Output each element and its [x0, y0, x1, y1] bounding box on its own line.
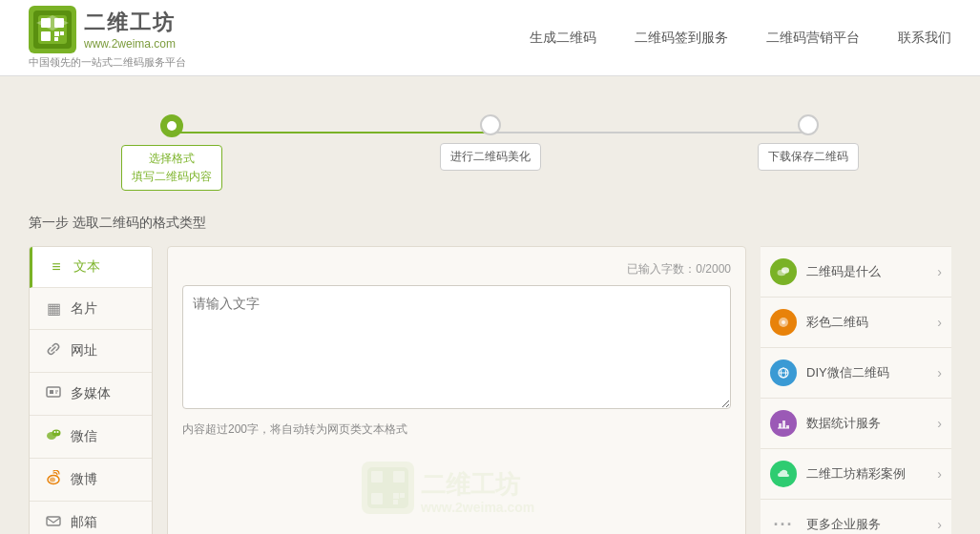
svg-rect-28 [393, 500, 398, 504]
watermark-logo: 二维工坊 www.2weima.com [182, 457, 731, 532]
right-label-more: 更多企业服务 [806, 516, 928, 533]
sidebar-item-url[interactable]: 网址 [30, 330, 152, 373]
step-3-label: 下载保存二维码 [758, 143, 859, 171]
svg-rect-20 [47, 517, 60, 525]
right-label-diy: DIY微信二维码 [806, 364, 928, 381]
right-item-diy[interactable]: DIY微信二维码 › [761, 348, 951, 399]
header: 二维工坊 www.2weima.com 中国领先的一站式二维码服务平台 生成二维… [0, 0, 980, 76]
sidebar-item-media[interactable]: 多媒体 [30, 373, 152, 416]
nav-contact[interactable]: 联系我们 [898, 30, 951, 47]
right-item-what[interactable]: 二维码是什么 › [761, 246, 951, 298]
right-label-what: 二维码是什么 [806, 263, 928, 280]
sidebar-label-wechat: 微信 [71, 428, 97, 445]
svg-point-17 [57, 431, 59, 433]
weibo-icon [44, 470, 63, 489]
sidebar-label-text: 文本 [73, 258, 100, 276]
main-content: 选择格式填写二维码内容 进行二维码美化 下载保存二维码 第一步 选取二维码的格式… [0, 76, 980, 534]
svg-rect-8 [54, 37, 58, 41]
step-1-label: 选择格式填写二维码内容 [121, 145, 222, 191]
step-1-circle [160, 114, 183, 137]
sidebar-label-card: 名片 [71, 300, 97, 318]
step-3-circle [798, 114, 819, 135]
logo-area: 二维工坊 www.2weima.com 中国领先的一站式二维码服务平台 [29, 6, 186, 70]
nav-marketing[interactable]: 二维码营销平台 [766, 30, 860, 47]
svg-point-15 [52, 430, 61, 437]
media-icon [44, 384, 63, 403]
nav-checkin[interactable]: 二维码签到服务 [635, 30, 728, 47]
nav: 生成二维码 二维码签到服务 二维码营销平台 联系我们 [530, 30, 951, 47]
svg-rect-5 [41, 31, 51, 41]
logo-url: www.2weima.com [84, 37, 176, 51]
right-label-color: 彩色二维码 [806, 314, 928, 331]
svg-point-16 [54, 431, 56, 433]
svg-rect-6 [54, 31, 59, 36]
nav-generate[interactable]: 生成二维码 [530, 30, 596, 47]
right-arrow-what: › [937, 264, 942, 279]
content-grid: ≡ 文本 ▦ 名片 网址 [29, 246, 951, 534]
step-2: 进行二维码美化 [440, 114, 541, 191]
sidebar-item-text[interactable]: ≡ 文本 [30, 247, 152, 288]
sidebar-label-weibo: 微博 [71, 471, 97, 488]
wechat-bubble-icon [770, 258, 797, 285]
svg-rect-7 [60, 31, 64, 35]
center-content: 已输入字数：0/2000 内容超过200字，将自动转为网页类文本格式 [167, 246, 746, 534]
svg-rect-23 [371, 471, 383, 483]
right-label-cases: 二维工坊精彩案例 [806, 465, 928, 483]
right-item-cases[interactable]: 二维工坊精彩案例 › [761, 449, 951, 500]
svg-rect-11 [50, 390, 53, 394]
sidebar-item-weibo[interactable]: 微博 [30, 459, 152, 502]
cloud-icon [770, 461, 797, 487]
step-2-label: 进行二维码美化 [440, 143, 541, 171]
dots-icon: ··· [770, 511, 797, 534]
right-item-more[interactable]: ··· 更多企业服务 › [761, 500, 951, 534]
steps-container: 选择格式填写二维码内容 进行二维码美化 下载保存二维码 [29, 95, 951, 200]
svg-rect-26 [393, 493, 399, 499]
watermark-area: 二维工坊 www.2weima.com [182, 457, 731, 532]
globe-icon [770, 359, 797, 386]
svg-rect-24 [393, 471, 405, 483]
url-icon [44, 341, 63, 360]
svg-rect-25 [371, 493, 383, 504]
sidebar-item-card[interactable]: ▦ 名片 [30, 288, 152, 330]
right-arrow-color: › [937, 315, 942, 330]
right-arrow-diy: › [937, 365, 942, 380]
svg-text:二维工坊: 二维工坊 [421, 470, 521, 499]
left-sidebar: ≡ 文本 ▦ 名片 网址 [29, 246, 153, 534]
text-input[interactable] [182, 285, 731, 409]
color-qr-icon [770, 309, 797, 336]
sidebar-item-wechat[interactable]: 微信 [30, 416, 152, 459]
sidebar-label-email: 邮箱 [71, 514, 97, 531]
sidebar-label-url: 网址 [71, 342, 97, 359]
right-arrow-stats: › [937, 416, 942, 431]
wechat-icon [44, 427, 63, 446]
right-arrow-more: › [937, 517, 942, 532]
step-3: 下载保存二维码 [758, 114, 859, 191]
right-arrow-cases: › [937, 466, 942, 482]
card-icon: ▦ [44, 299, 63, 318]
section-title: 第一步 选取二维码的格式类型 [29, 215, 951, 232]
logo-subtitle: 中国领先的一站式二维码服务平台 [29, 55, 186, 70]
logo-main: 二维工坊 www.2weima.com [29, 6, 186, 53]
svg-point-32 [778, 270, 786, 276]
right-label-stats: 数据统计服务 [806, 415, 928, 432]
right-sidebar: 二维码是什么 › 彩色二维码 › [761, 246, 951, 534]
chart-icon [770, 410, 797, 437]
steps-wrapper: 选择格式填写二维码内容 进行二维码美化 下载保存二维码 [121, 114, 860, 191]
step-1: 选择格式填写二维码内容 [121, 114, 222, 191]
logo-title: 二维工坊 [84, 9, 176, 37]
email-icon [44, 513, 63, 532]
sidebar-label-media: 多媒体 [71, 385, 111, 402]
svg-text:www.2weima.com: www.2weima.com [420, 500, 534, 515]
right-item-color[interactable]: 彩色二维码 › [761, 298, 951, 348]
right-item-stats[interactable]: 数据统计服务 › [761, 399, 951, 449]
char-count: 已输入字数：0/2000 [182, 261, 731, 277]
text-hint: 内容超过200字，将自动转为网页类文本格式 [182, 421, 731, 438]
step-2-circle [480, 114, 501, 135]
svg-rect-27 [400, 493, 405, 498]
logo-text-block: 二维工坊 www.2weima.com [84, 9, 176, 51]
sidebar-item-email[interactable]: 邮箱 [30, 502, 152, 534]
svg-point-19 [50, 478, 55, 483]
text-icon: ≡ [47, 258, 66, 276]
svg-point-34 [782, 320, 785, 324]
logo-icon [29, 6, 76, 53]
